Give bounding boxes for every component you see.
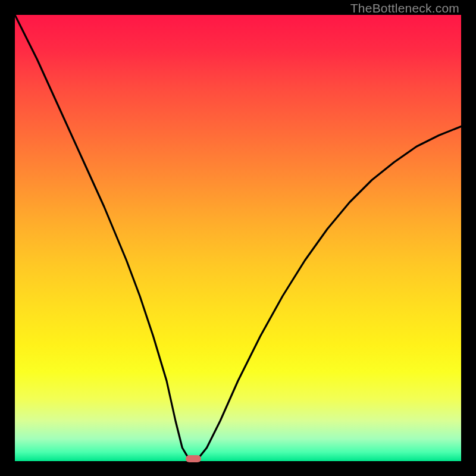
bottleneck-curve: [15, 15, 461, 461]
chart-frame: TheBottleneck.com: [0, 0, 476, 476]
curve-path: [15, 15, 461, 461]
chart-plot-area: [15, 15, 461, 461]
watermark-text: TheBottleneck.com: [350, 1, 459, 15]
optimal-marker: [186, 455, 201, 462]
